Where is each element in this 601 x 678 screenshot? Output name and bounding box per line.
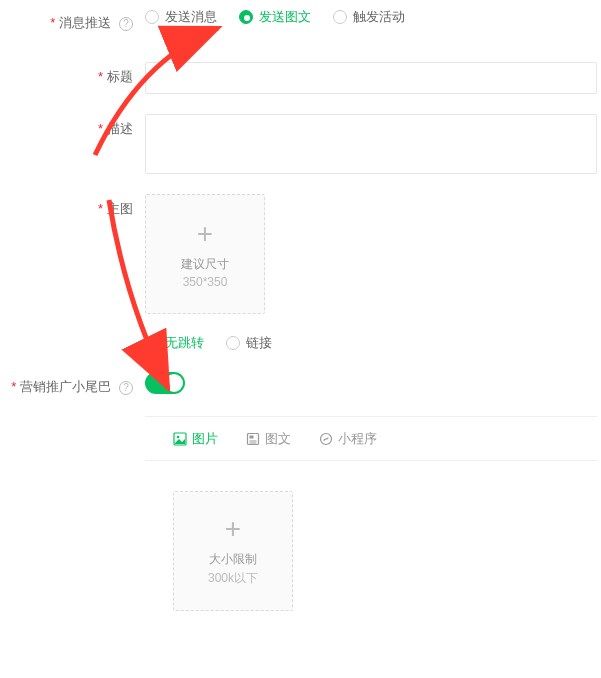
tab-image[interactable]: 图片 (173, 430, 218, 448)
desc-input[interactable] (145, 114, 597, 174)
title-input[interactable] (145, 62, 597, 94)
radio-dot-icon (226, 336, 240, 350)
upload-hint: 300k以下 (208, 570, 258, 587)
upload-hint: 350*350 (183, 275, 228, 289)
promo-tabs: 图片 图文 小程序 + 大小限制 300k以下 (145, 416, 597, 641)
tab-miniprogram[interactable]: 小程序 (319, 430, 377, 448)
main-image-uploader[interactable]: + 建议尺寸 350*350 (145, 194, 265, 314)
radio-send-article[interactable]: 发送图文 (239, 8, 311, 26)
image-icon (173, 432, 187, 446)
upload-hint: 大小限制 (209, 551, 257, 568)
miniprogram-icon (319, 432, 333, 446)
radio-label: 链接 (246, 334, 272, 352)
tab-label: 小程序 (338, 430, 377, 448)
plus-icon: + (197, 220, 213, 248)
main-image-label: *主图 (0, 194, 145, 218)
radio-label: 触发活动 (353, 8, 405, 26)
desc-label: *描述 (0, 114, 145, 138)
svg-rect-3 (250, 435, 254, 438)
radio-no-jump[interactable]: 无跳转 (145, 334, 204, 352)
help-icon[interactable]: ? (119, 381, 133, 395)
radio-dot-icon (239, 10, 253, 24)
tab-label: 图文 (265, 430, 291, 448)
radio-label: 发送消息 (165, 8, 217, 26)
radio-label: 发送图文 (259, 8, 311, 26)
message-push-label: *消息推送 ? (0, 8, 145, 32)
promo-tail-switch[interactable] (145, 372, 185, 394)
promo-tail-label: *营销推广小尾巴 ? (0, 372, 145, 396)
message-push-options: 发送消息 发送图文 触发活动 (145, 8, 601, 26)
upload-hint: 建议尺寸 (181, 256, 229, 273)
radio-label: 无跳转 (165, 334, 204, 352)
title-label: *标题 (0, 62, 145, 86)
tab-label: 图片 (192, 430, 218, 448)
promo-image-uploader[interactable]: + 大小限制 300k以下 (173, 491, 293, 611)
plus-icon: + (225, 515, 241, 543)
radio-dot-icon (145, 10, 159, 24)
jump-options: 无跳转 链接 (145, 334, 601, 352)
radio-trigger-activity[interactable]: 触发活动 (333, 8, 405, 26)
radio-dot-icon (333, 10, 347, 24)
svg-point-1 (177, 435, 180, 438)
help-icon[interactable]: ? (119, 17, 133, 31)
switch-knob-icon (165, 374, 183, 392)
radio-send-message[interactable]: 发送消息 (145, 8, 217, 26)
article-icon (246, 432, 260, 446)
radio-dot-icon (145, 336, 159, 350)
tab-article[interactable]: 图文 (246, 430, 291, 448)
radio-link[interactable]: 链接 (226, 334, 272, 352)
